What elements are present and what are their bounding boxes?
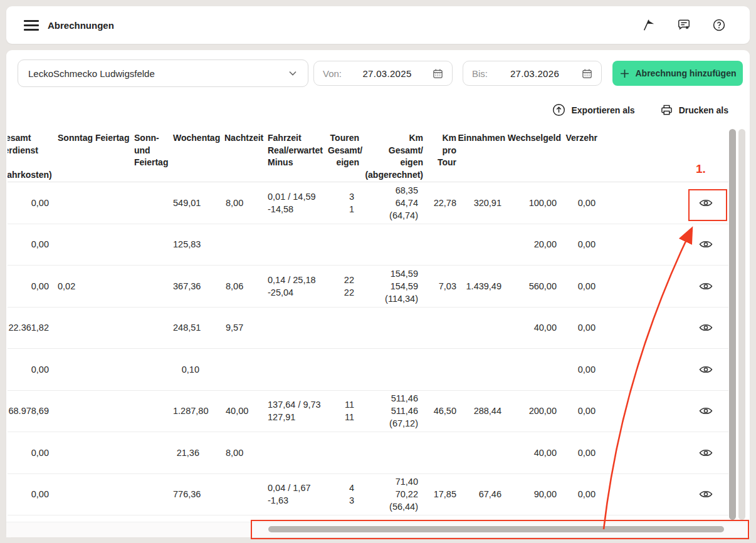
cell-sonntag: 0,02 — [58, 280, 95, 292]
chevron-down-icon — [288, 68, 298, 78]
cell-wechselgeld: 100,00 — [505, 197, 561, 209]
horizontal-scrollbar-thumb[interactable] — [268, 526, 724, 532]
table-row: 0,00125,8320,000,00 — [8, 224, 728, 266]
cell-actions — [597, 362, 728, 377]
table-header-row: GesamtVerdienst(Fahrkosten)SonntagFeiert… — [8, 128, 728, 182]
cell-km_pro_tour: 17,85 — [423, 488, 456, 500]
cell-verzehr: 0,00 — [561, 363, 597, 376]
column-header-einnahmen: Einnahmen — [456, 132, 505, 145]
cell-verzehr: 0,00 — [561, 280, 597, 292]
table-row: 0,00549,018,000,01 / 14,59-14,583168,356… — [8, 182, 728, 224]
cell-verzehr: 0,00 — [561, 238, 597, 251]
add-abrechnung-label: Abrechnung hinzufügen — [636, 68, 737, 78]
feedback-message-star-icon[interactable] — [677, 18, 691, 32]
column-header-km: KmGesamt/eigen(abgerechnet) — [359, 132, 423, 181]
table-viewport: GesamtVerdienst(Fahrkosten)SonntagFeiert… — [8, 128, 728, 518]
cell-verzehr: 0,00 — [561, 197, 597, 209]
cell-wochentag: 1.287,80 — [173, 405, 224, 417]
date-from-value: 27.03.2025 — [362, 68, 411, 79]
vertical-scrollbar-track — [738, 129, 745, 520]
cell-gesamt: 22.361,82 — [8, 321, 49, 334]
cell-km_pro_tour: 46,50 — [423, 405, 456, 417]
cell-wechselgeld: 40,00 — [505, 321, 561, 334]
cell-verzehr: 0,00 — [561, 321, 597, 334]
cell-nachtzeit: 8,00 — [224, 447, 268, 459]
view-row-button[interactable] — [698, 279, 713, 294]
cell-km: 154,59154,59(114,34) — [359, 267, 423, 305]
cell-gesamt: 0,00 — [8, 280, 49, 292]
cell-wochentag: 776,36 — [173, 488, 224, 500]
date-from-field[interactable]: Von: 27.03.2025 — [313, 61, 453, 86]
cell-einnahmen: 320,91 — [456, 197, 505, 209]
help-circle-icon[interactable] — [712, 18, 726, 32]
topbar-icon-group — [642, 18, 726, 32]
company-select-value: LeckoSchmecko Ludwigsfelde — [28, 68, 155, 79]
cell-wochentag: 125,83 — [173, 238, 224, 251]
table-row: 68.978,691.287,8040,00137,64 / 9,73127,9… — [8, 391, 728, 433]
cell-verzehr: 0,00 — [561, 488, 597, 500]
cell-wechselgeld: 560,00 — [505, 280, 561, 292]
column-header-km_pro_tour: KmproTour — [423, 132, 456, 169]
table-row: 0,00776,360,04 / 1,67-1,634371,4070,22(5… — [8, 474, 728, 516]
date-to-field[interactable]: Bis: 27.03.2026 — [463, 61, 602, 86]
cell-km: 511,46511,46(67,12) — [359, 392, 423, 430]
cell-actions — [597, 445, 728, 460]
cell-actions — [597, 320, 728, 335]
flag-icon[interactable] — [642, 18, 656, 32]
cell-km_pro_tour: 7,03 — [423, 280, 456, 292]
cell-actions — [597, 403, 728, 418]
cell-wechselgeld: 20,00 — [505, 238, 561, 251]
table-actions: Exportieren als Drucken als — [552, 103, 728, 116]
plus-icon — [619, 68, 630, 79]
vertical-scrollbar-thumb[interactable] — [729, 129, 736, 520]
view-row-button[interactable] — [698, 403, 713, 418]
calendar-icon[interactable] — [433, 68, 443, 79]
cell-actions — [597, 487, 728, 502]
cell-touren: 1111 — [328, 398, 359, 423]
cell-gesamt: 68.978,69 — [8, 405, 49, 417]
cell-nachtzeit: 8,06 — [224, 280, 268, 292]
date-to-label: Bis: — [472, 68, 488, 79]
column-header-verzehr: Verzehr — [561, 132, 597, 145]
cell-gesamt: 0,00 — [8, 488, 49, 500]
table-row: 22.361,82248,519,5740,000,00 — [8, 308, 728, 349]
view-row-button[interactable] — [698, 195, 713, 210]
view-row-button[interactable] — [698, 362, 713, 377]
column-header-fahrzeit: FahrzeitReal/erwartetMinus — [268, 132, 328, 169]
cell-wechselgeld: 40,00 — [505, 447, 561, 459]
print-as-button[interactable]: Drucken als — [660, 103, 728, 116]
calendar-icon[interactable] — [582, 68, 592, 79]
cell-gesamt: 0,00 — [8, 447, 49, 459]
view-row-button[interactable] — [698, 320, 713, 335]
cell-nachtzeit: 8,00 — [224, 197, 268, 209]
cell-einnahmen: 67,46 — [456, 488, 505, 500]
add-abrechnung-button[interactable]: Abrechnung hinzufügen — [612, 61, 743, 86]
view-row-button[interactable] — [698, 237, 713, 252]
company-select[interactable]: LeckoSchmecko Ludwigsfelde — [18, 59, 308, 87]
printer-icon — [660, 103, 673, 116]
cell-verzehr: 0,00 — [561, 447, 597, 459]
cell-touren: 31 — [328, 190, 359, 215]
column-header-sonn_feiertag: Sonn-undFeiertag — [134, 132, 173, 169]
view-row-button[interactable] — [698, 445, 713, 460]
cell-gesamt: 0,00 — [8, 238, 49, 251]
cell-wochentag: 21,36 — [173, 447, 224, 459]
table-body: 0,00549,018,000,01 / 14,59-14,583168,356… — [8, 182, 728, 515]
view-row-button[interactable] — [698, 487, 713, 502]
print-as-label: Drucken als — [679, 105, 728, 115]
cell-wochentag: 367,36 — [173, 280, 224, 292]
table-row: 0,0021,368,0040,000,00 — [8, 432, 728, 474]
cell-nachtzeit: 40,00 — [224, 405, 268, 417]
cell-km_pro_tour: 22,78 — [423, 197, 456, 209]
cell-touren: 43 — [328, 482, 359, 507]
export-as-label: Exportieren als — [571, 105, 634, 115]
table-row: 0,000,02367,368,060,14 / 25,18-25,042222… — [8, 266, 728, 308]
menu-icon[interactable] — [24, 20, 39, 31]
cell-fahrzeit: 0,04 / 1,67-1,63 — [268, 482, 328, 507]
export-as-button[interactable]: Exportieren als — [552, 103, 634, 116]
cell-wochentag: 0,10 — [173, 363, 224, 376]
column-header-gesamt: GesamtVerdienst(Fahrkosten) — [8, 132, 49, 181]
table-row: 0,000,100,00 — [8, 349, 728, 391]
horizontal-scrollbar-track[interactable] — [6, 522, 750, 537]
column-header-wechselgeld: Wechselgeld — [505, 132, 561, 145]
